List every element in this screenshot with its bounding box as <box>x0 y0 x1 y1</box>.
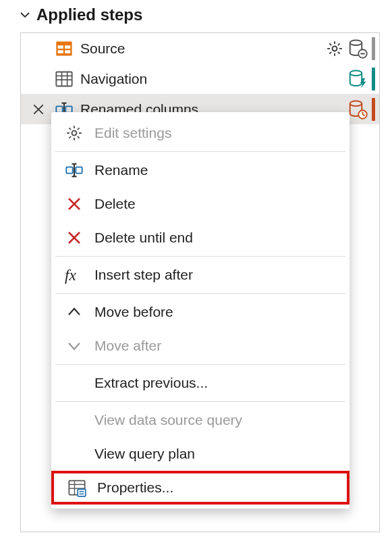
menu-insert-step-after[interactable]: fx Insert step after <box>51 258 349 292</box>
menu-delete[interactable]: Delete <box>51 187 349 221</box>
context-menu: Edit settings Rename Delete Delete until… <box>51 112 349 509</box>
svg-rect-25 <box>56 106 62 112</box>
db-view-icon <box>347 38 368 59</box>
step-label: Navigation <box>80 71 147 87</box>
svg-rect-26 <box>65 106 72 112</box>
svg-line-10 <box>329 43 331 45</box>
menu-separator <box>55 151 345 152</box>
menu-view-data-source-query: View data source query <box>51 403 349 437</box>
svg-rect-4 <box>65 50 70 53</box>
table-icon <box>55 70 74 88</box>
svg-rect-2 <box>65 45 70 49</box>
applied-steps-header[interactable]: Applied steps <box>0 0 392 30</box>
menu-label: Move before <box>94 304 173 320</box>
step-row-source[interactable]: Source <box>21 33 379 63</box>
svg-point-5 <box>333 46 337 51</box>
delete-x-icon <box>62 196 86 212</box>
menu-label: Rename <box>94 162 148 178</box>
table-icon <box>55 39 74 58</box>
svg-point-30 <box>350 101 362 106</box>
svg-point-14 <box>350 40 362 45</box>
db-lightning-icon <box>347 69 368 89</box>
fx-icon: fx <box>62 265 86 284</box>
svg-rect-17 <box>56 72 72 86</box>
svg-line-41 <box>69 136 71 138</box>
gear-icon[interactable] <box>326 40 343 57</box>
menu-separator <box>55 293 345 294</box>
menu-separator <box>55 401 345 402</box>
menu-label: Properties... <box>97 480 173 496</box>
menu-label: View query plan <box>94 446 195 462</box>
status-bar <box>372 98 375 121</box>
svg-line-39 <box>69 128 71 130</box>
section-title: Applied steps <box>36 5 142 24</box>
gear-icon <box>62 124 86 142</box>
menu-separator <box>55 256 345 257</box>
properties-icon <box>65 478 89 497</box>
svg-line-13 <box>338 43 340 45</box>
svg-rect-3 <box>58 50 63 53</box>
menu-view-query-plan[interactable]: View query plan <box>51 437 349 471</box>
svg-rect-43 <box>66 167 72 173</box>
svg-rect-57 <box>78 489 86 496</box>
chevron-up-icon <box>62 304 86 320</box>
menu-label: Edit settings <box>94 125 171 141</box>
svg-line-12 <box>329 51 331 53</box>
step-row-navigation[interactable]: Navigation <box>21 63 379 94</box>
steps-panel: Source Navigation <box>20 32 380 532</box>
rename-icon <box>62 161 86 180</box>
svg-line-40 <box>78 136 80 138</box>
menu-rename[interactable]: Rename <box>51 153 349 187</box>
delete-x-icon <box>62 230 86 246</box>
svg-text:fx: fx <box>65 266 76 284</box>
menu-label: View data source query <box>94 412 242 428</box>
chevron-down-icon <box>62 338 86 354</box>
svg-rect-44 <box>76 167 82 173</box>
status-bar <box>372 68 375 91</box>
menu-extract-previous[interactable]: Extract previous... <box>51 366 349 400</box>
svg-line-42 <box>78 128 80 130</box>
svg-point-22 <box>350 70 362 76</box>
menu-label: Extract previous... <box>94 375 208 391</box>
db-clock-icon <box>347 99 368 120</box>
chevron-down-icon <box>19 9 31 21</box>
menu-separator <box>55 364 345 365</box>
status-bar <box>372 37 375 60</box>
menu-label: Move after <box>94 338 161 354</box>
menu-properties[interactable]: Properties... <box>51 471 349 505</box>
svg-line-11 <box>338 51 340 53</box>
menu-edit-settings: Edit settings <box>51 116 349 150</box>
step-label: Source <box>80 41 125 57</box>
menu-label: Delete <box>94 196 136 212</box>
menu-move-before[interactable]: Move before <box>51 295 349 329</box>
menu-label: Delete until end <box>94 230 193 246</box>
menu-label: Insert step after <box>94 267 193 283</box>
menu-delete-until-end[interactable]: Delete until end <box>51 221 349 255</box>
menu-move-after: Move after <box>51 329 349 363</box>
svg-point-34 <box>72 131 77 136</box>
close-icon[interactable] <box>29 103 48 116</box>
svg-rect-1 <box>58 45 63 49</box>
